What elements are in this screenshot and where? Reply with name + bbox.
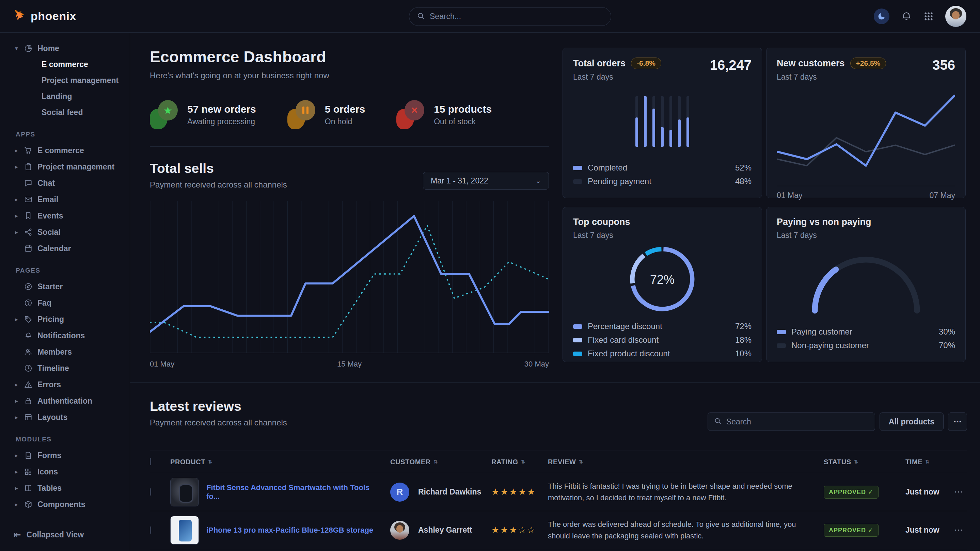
table-row: Fitbit Sense Advanced Smartwatch with To… bbox=[150, 473, 967, 511]
sidebar-item-pricing[interactable]: ▸Pricing bbox=[0, 311, 124, 327]
legend-swatch bbox=[573, 338, 582, 342]
all-products-button[interactable]: All products bbox=[880, 413, 943, 431]
page-title: Ecommerce Dashboard bbox=[150, 48, 549, 66]
sort-icon: ⇅ bbox=[925, 459, 930, 465]
reviews-table-body: Fitbit Sense Advanced Smartwatch with To… bbox=[150, 473, 967, 551]
sidebar-item-errors[interactable]: ▸Errors bbox=[0, 376, 124, 393]
reviews-search-input[interactable] bbox=[726, 417, 869, 426]
user-avatar[interactable] bbox=[945, 6, 966, 27]
review-text: The order was delivered ahead of schedul… bbox=[548, 519, 810, 542]
axis-label: 30 May bbox=[524, 360, 549, 368]
card-title: Paying vs non paying bbox=[777, 217, 871, 227]
stat-headline: 57 new orders bbox=[187, 103, 256, 115]
sidebar-item-members[interactable]: Members bbox=[0, 344, 124, 360]
legend-label: Percentage discount bbox=[588, 322, 662, 331]
column-header-rating[interactable]: RATING⇅ bbox=[492, 458, 548, 466]
pause-icon bbox=[287, 100, 316, 129]
sidebar-item-events[interactable]: ▸Events bbox=[0, 208, 124, 224]
sidebar-footer: ⇤ Collapsed View bbox=[0, 518, 130, 551]
sidebar-item-label: Calendar bbox=[37, 244, 71, 253]
legend-value: 48% bbox=[735, 177, 751, 186]
row-more-icon[interactable]: ⋯ bbox=[954, 525, 967, 535]
theme-toggle-button[interactable] bbox=[874, 8, 889, 24]
paying-vs-non-paying-card: Paying vs non paying Last 7 days Paying … bbox=[766, 207, 966, 362]
product-link[interactable]: Fitbit Sense Advanced Smartwatch with To… bbox=[206, 483, 390, 501]
sidebar-item-label: Home bbox=[37, 44, 59, 53]
bar bbox=[686, 96, 689, 147]
bar bbox=[670, 96, 672, 147]
compass-icon bbox=[24, 282, 33, 291]
sidebar-item-icons[interactable]: ▸Icons bbox=[0, 464, 124, 480]
sidebar-item-tables[interactable]: ▸Tables bbox=[0, 480, 124, 496]
sidebar-item-email[interactable]: ▸Email bbox=[0, 191, 124, 208]
sidebar-item-chat[interactable]: Chat bbox=[0, 175, 124, 191]
dashboard-left-column: Ecommerce Dashboard Here's what's going … bbox=[150, 48, 549, 368]
global-search[interactable] bbox=[409, 7, 611, 26]
caret-right-icon: ▸ bbox=[15, 196, 24, 203]
legend-label: Fixed card discount bbox=[588, 335, 659, 345]
review-text: This Fitbit is fantastic! I was trying t… bbox=[548, 481, 810, 504]
stat-headline: 5 orders bbox=[325, 103, 365, 115]
customer-name: Richard Dawkins bbox=[418, 487, 481, 497]
sidebar-item-social[interactable]: ▸Social bbox=[0, 224, 124, 240]
sidebar-item-label: Events bbox=[37, 211, 63, 221]
sidebar-item-calendar[interactable]: Calendar bbox=[0, 240, 124, 257]
date-range-select[interactable]: Mar 1 - 31, 2022 ⌄ bbox=[423, 172, 549, 190]
sidebar-item-label: Members bbox=[37, 348, 72, 357]
sidebar-item-components[interactable]: ▸Components bbox=[0, 496, 124, 513]
column-header-time[interactable]: TIME⇅ bbox=[905, 458, 954, 466]
legend-row: Completed52% bbox=[573, 161, 751, 175]
row-checkbox[interactable] bbox=[150, 488, 151, 495]
sidebar-item-label: Social bbox=[37, 228, 60, 237]
sidebar-item-e-commerce[interactable]: ▸E commerce bbox=[0, 142, 124, 159]
row-checkbox[interactable] bbox=[150, 527, 151, 534]
sidebar-item-project-management[interactable]: Project management bbox=[0, 73, 124, 89]
sidebar-item-project-management[interactable]: ▸Project management bbox=[0, 159, 124, 175]
sidebar-item-authentication[interactable]: ▸Authentication bbox=[0, 393, 124, 409]
sidebar-item-label: Tables bbox=[37, 484, 62, 493]
main-content: Ecommerce Dashboard Here's what's going … bbox=[130, 33, 980, 551]
sidebar-item-layouts[interactable]: ▸Layouts bbox=[0, 409, 124, 426]
legend-row: Fixed product discount10% bbox=[573, 347, 751, 360]
total-sells-x-axis: 01 May 15 May 30 May bbox=[150, 360, 549, 368]
sidebar-item-home[interactable]: ▾Home bbox=[0, 40, 124, 57]
search-input[interactable] bbox=[430, 12, 603, 21]
sidebar-item-faq[interactable]: Faq bbox=[0, 295, 124, 311]
layout-icon bbox=[24, 413, 33, 422]
brand[interactable]: phoenix bbox=[12, 8, 76, 24]
collapsed-view-button[interactable]: ⇤ Collapsed View bbox=[14, 530, 84, 540]
trend-badge: +26.5% bbox=[850, 57, 886, 69]
divider bbox=[150, 146, 549, 147]
top-coupons-card: Top coupons Last 7 days 72% Percentage d… bbox=[563, 207, 762, 362]
column-header-product[interactable]: PRODUCT⇅ bbox=[170, 458, 390, 466]
reviews-search[interactable] bbox=[708, 413, 875, 431]
apps-grid-icon[interactable] bbox=[923, 11, 934, 21]
sidebar-item-e-commerce[interactable]: E commerce bbox=[0, 57, 124, 73]
select-all-checkbox[interactable] bbox=[150, 458, 151, 465]
rating-stars: ★★★☆☆ bbox=[492, 525, 548, 535]
column-header-review[interactable]: REVIEW⇅ bbox=[548, 458, 824, 466]
more-options-button[interactable]: ⋯ bbox=[948, 413, 967, 431]
sidebar-item-forms[interactable]: ▸Forms bbox=[0, 447, 124, 464]
sidebar-item-landing[interactable]: Landing bbox=[0, 89, 124, 105]
card-value: 356 bbox=[932, 57, 955, 73]
columns-icon bbox=[24, 484, 33, 492]
legend-value: 30% bbox=[939, 327, 955, 337]
sidebar-item-social-feed[interactable]: Social feed bbox=[0, 105, 124, 121]
card-title: Total orders bbox=[573, 58, 625, 69]
sidebar-item-timeline[interactable]: Timeline bbox=[0, 360, 124, 376]
product-link[interactable]: iPhone 13 pro max-Pacific Blue-128GB sto… bbox=[206, 526, 390, 535]
sidebar-item-notifications[interactable]: Notifications bbox=[0, 327, 124, 344]
legend-label: Completed bbox=[588, 163, 627, 173]
status-badge: APPROVED ✓ bbox=[824, 486, 878, 499]
chat-icon bbox=[24, 179, 33, 187]
row-more-icon[interactable]: ⋯ bbox=[954, 487, 967, 497]
mail-icon bbox=[24, 195, 33, 204]
column-header-status[interactable]: STATUS⇅ bbox=[824, 458, 905, 466]
sort-icon: ⇅ bbox=[521, 459, 525, 465]
caret-right-icon: ▸ bbox=[15, 229, 24, 236]
notifications-bell-icon[interactable] bbox=[901, 11, 912, 22]
column-header-customer[interactable]: CUSTOMER⇅ bbox=[390, 458, 492, 466]
sidebar-item-starter[interactable]: Starter bbox=[0, 278, 124, 295]
top-coupons-legend: Percentage discount72%Fixed card discoun… bbox=[573, 319, 751, 360]
